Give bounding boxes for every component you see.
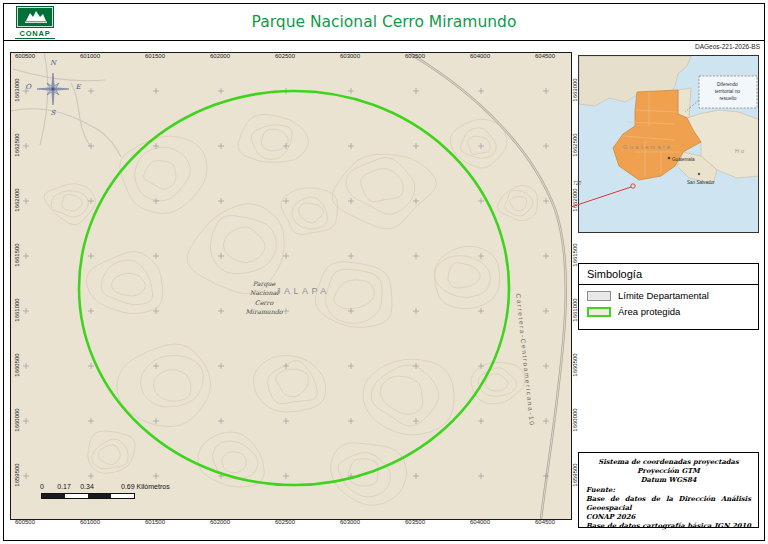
credits-line: Base de datos cartografía básica IGN 201… [586,522,751,531]
grid-label: 1660000 [572,408,578,431]
grid-label: 603000 [340,53,360,59]
protected-area-swatch [587,307,611,317]
capital-city-label: Guatemala [672,157,695,162]
grid-label: 601500 [145,53,165,59]
grid-label: 1660500 [572,353,578,376]
inset-edge-label: 72T [573,180,582,186]
document-id: DAGeos-221-2026-BS [695,43,760,50]
grid-label: 603000 [340,519,360,525]
grid-label: 1662500 [572,133,578,156]
legend-panel: Simbología Límite Departamental Área pro… [578,263,759,330]
grid-label: 600500 [15,53,35,59]
compass-west-label: O [23,83,33,91]
area-label-line: Cerro [233,298,295,307]
department-label: JALAPA [276,286,330,296]
grid-label: 604500 [535,519,555,525]
grid-label: 602000 [210,519,230,525]
grid-label: 1659500 [14,463,20,486]
scale-bar: 0 0.17 0.34 0.69 Kilómetros [41,483,241,505]
header-bar: CONAP Parque Nacional Cerro Miramundo [3,3,765,41]
credits-line: CONAP 2026 [586,513,751,522]
scale-tick-label: 0 [40,483,44,490]
grid-label: 604000 [470,519,490,525]
grid-label: 602500 [275,53,295,59]
grid-label: 1662500 [14,133,20,156]
credits-panel: Sistema de coordenadas proyectadas Proye… [578,452,759,528]
grid-label: 1661000 [572,298,578,321]
grid-label: 1660000 [14,408,20,431]
grid-label: 1661500 [14,243,20,266]
compass-rose: N E S O [19,53,87,125]
conap-emblem-icon [16,6,54,28]
san-salvador-label: San Salvador [687,180,715,185]
conap-logo-text: CONAP [15,29,55,39]
grid-label: 600500 [15,519,35,525]
credits-line: Sistema de coordenadas proyectadas [586,458,751,467]
grid-label: 1663000 [572,78,578,101]
protected-area-label: Parque Nacional Cerro Miramundo [233,279,295,317]
capital-city-dot [668,157,671,160]
grid-label: 1661000 [14,298,20,321]
grid-label: 601500 [145,519,165,525]
grid-label: 1659500 [572,463,578,486]
grid-label: 604500 [535,53,555,59]
map-frame: N E S O Parque Nacional Cerro Miramundo … [10,52,572,520]
grid-label: 1663000 [14,78,20,101]
grid-label: 601000 [80,519,100,525]
grid-label: 602000 [210,53,230,59]
scale-end-label: 0.69 Kilómetros [121,483,170,490]
grid-label: 1662000 [14,188,20,211]
honduras-label: Ho [735,148,746,154]
compass-north-label: N [48,59,58,67]
inset-canvas: Diferendo territorial no resuelto Guatem… [579,56,759,233]
belize-land [678,88,691,118]
san-salvador-dot [698,173,700,175]
scale-tick-label: 0.17 [57,483,71,490]
grid-label: 602500 [275,519,295,525]
credits-line: Base de datos de la Dirección Análisis G… [586,495,751,513]
scale-bar-segments [41,493,135,499]
credits-line: Fuente: [586,486,751,495]
area-label-line: Miramundo [233,307,295,316]
legend-item-label: Área protegida [618,306,680,317]
conap-logo: CONAP [15,6,55,39]
grid-label: 604000 [470,53,490,59]
inset-locator-map: Diferendo territorial no resuelto Guatem… [578,55,759,233]
department-boundary-swatch [587,291,611,301]
legend-item-label: Límite Departamental [618,290,709,301]
page-title: Parque Nacional Cerro Miramundo [252,13,517,31]
grid-label: 601000 [80,53,100,59]
legend-title: Simbología [579,264,758,285]
grid-label: 603500 [405,53,425,59]
legend-item-protected: Área protegida [579,301,758,317]
compass-south-label: S [48,109,58,117]
grid-label: 603500 [405,519,425,525]
credits-line: Datum WGS84 [586,476,751,485]
scale-tick-label: 0.34 [80,483,94,490]
grid-label: 1660500 [14,353,20,376]
credits-line: Proyección GTM [586,467,751,476]
grid-label: 1662000 [572,188,578,211]
map-sheet: CONAP Parque Nacional Cerro Miramundo DA… [0,0,768,544]
compass-east-label: E [73,83,83,91]
grid-label: 1661500 [572,243,578,266]
inset-country-label: Guatemala [623,144,672,150]
legend-item-departmental: Límite Departamental [579,285,758,301]
